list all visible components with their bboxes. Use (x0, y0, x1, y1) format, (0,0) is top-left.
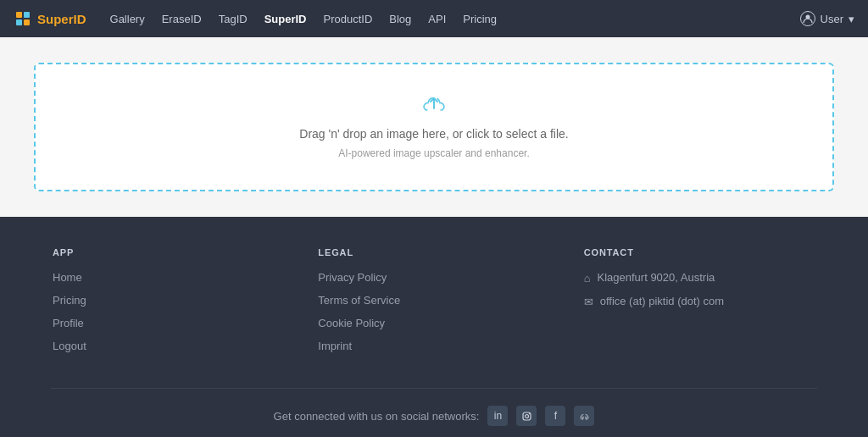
footer-email-text: office (at) piktid (dot) com (600, 295, 724, 307)
nav-blog[interactable]: Blog (389, 13, 411, 25)
footer-link-tos[interactable]: Terms of Service (318, 294, 549, 307)
user-chevron-icon: ▾ (849, 13, 854, 25)
footer-link-pricing[interactable]: Pricing (53, 294, 284, 307)
footer-contact-col: CONTACT ⌂ Klagenfurt 9020, Austria ✉ off… (584, 247, 815, 362)
main-content: Drag 'n' drop an image here, or click to… (0, 37, 868, 217)
footer-link-cookie[interactable]: Cookie Policy (318, 317, 549, 329)
footer-address: ⌂ Klagenfurt 9020, Austria (584, 271, 815, 285)
nav-productid[interactable]: ProductID (323, 13, 372, 25)
nav-tagid[interactable]: TagID (219, 13, 248, 25)
svg-rect-3 (16, 19, 22, 25)
brand-label: SuperID (37, 12, 86, 26)
footer-link-logout[interactable]: Logout (53, 340, 284, 352)
nav-api[interactable]: API (428, 13, 446, 25)
social-facebook[interactable]: f (545, 406, 565, 426)
dropzone-primary-text: Drag 'n' drop an image here, or click to… (299, 127, 568, 141)
nav-eraseid[interactable]: EraseID (162, 13, 202, 25)
address-icon: ⌂ (584, 272, 591, 285)
footer-email: ✉ office (at) piktid (dot) com (584, 295, 815, 308)
svg-rect-4 (24, 19, 30, 25)
svg-rect-2 (24, 12, 30, 18)
user-icon (800, 11, 815, 26)
email-icon: ✉ (584, 296, 593, 308)
footer-link-profile[interactable]: Profile (53, 317, 284, 329)
footer-app-col: APP Home Pricing Profile Logout (53, 247, 284, 362)
footer-address-text: Klagenfurt 9020, Austria (598, 271, 715, 284)
social-instagram[interactable] (516, 406, 537, 426)
social-discord[interactable] (574, 406, 594, 426)
svg-point-8 (529, 412, 530, 413)
footer-link-privacy[interactable]: Privacy Policy (318, 271, 549, 284)
footer-link-home[interactable]: Home (53, 271, 284, 284)
footer-legal-col: LEGAL Privacy Policy Terms of Service Co… (318, 247, 549, 362)
brand-icon (14, 9, 32, 28)
user-menu[interactable]: User ▾ (800, 11, 854, 26)
footer-link-imprint[interactable]: Imprint (318, 340, 549, 352)
footer-social: Get connected with us on social networks… (51, 406, 817, 426)
footer: APP Home Pricing Profile Logout LEGAL Pr… (0, 217, 868, 437)
nav-gallery[interactable]: Gallery (110, 13, 145, 25)
footer-app-title: APP (53, 247, 284, 257)
footer-contact-title: CONTACT (584, 247, 815, 257)
nav-pricing[interactable]: Pricing (463, 13, 497, 25)
navbar: SuperID Gallery EraseID TagID SuperID Pr… (0, 0, 868, 37)
dropzone[interactable]: Drag 'n' drop an image here, or click to… (34, 63, 834, 191)
user-label: User (821, 13, 843, 25)
social-text: Get connected with us on social networks… (274, 410, 480, 423)
social-linkedin[interactable]: in (487, 406, 508, 426)
nav-superid[interactable]: SuperID (264, 13, 307, 25)
footer-bottom: Get connected with us on social networks… (51, 388, 817, 437)
dropzone-secondary-text: AI-powered image upscaler and enhancer. (338, 147, 529, 159)
svg-rect-1 (16, 12, 22, 18)
upload-icon (422, 95, 446, 120)
svg-point-10 (585, 416, 587, 418)
svg-point-9 (582, 416, 584, 418)
svg-point-7 (525, 414, 528, 418)
brand[interactable]: SuperID (14, 9, 86, 28)
footer-legal-title: LEGAL (318, 247, 549, 257)
footer-grid: APP Home Pricing Profile Logout LEGAL Pr… (53, 247, 815, 362)
